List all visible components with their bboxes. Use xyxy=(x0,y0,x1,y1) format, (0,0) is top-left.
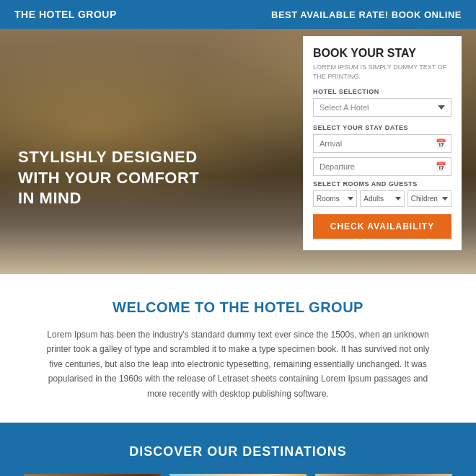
check-availability-button[interactable]: CHECK AVAILABILITY xyxy=(313,214,451,239)
tagline-bold: BOOK ONLINE xyxy=(392,9,462,20)
hero-section: STYLISHLY DESIGNED WITH YOUR COMFORT IN … xyxy=(0,29,476,274)
children-select[interactable]: Children xyxy=(407,190,451,207)
departure-input[interactable] xyxy=(313,157,451,176)
welcome-title-prefix: WELCOME TO xyxy=(113,299,219,315)
welcome-title-highlight: THE HOTEL xyxy=(220,299,304,315)
welcome-title: WELCOME TO THE HOTEL GROUP xyxy=(43,299,433,316)
booking-title: BOOK YOUR STAY xyxy=(313,46,451,60)
hero-headline: STYLISHLY DESIGNED WITH YOUR COMFORT IN … xyxy=(18,147,220,209)
booking-panel: BOOK YOUR STAY Lorem Ipsum is simply dum… xyxy=(303,36,462,250)
discover-title-bold: OUR DESTINATIONS xyxy=(207,444,347,459)
adults-select[interactable]: Adults xyxy=(360,190,404,207)
rooms-guests-row: Rooms Adults Children xyxy=(313,190,451,207)
departure-input-wrap: 📅 xyxy=(313,157,451,176)
arrival-input[interactable] xyxy=(313,134,451,153)
dates-label: SELECT YOUR STAY DATES xyxy=(313,124,451,131)
rooms-select[interactable]: Rooms xyxy=(313,190,357,207)
arrival-calendar-icon: 📅 xyxy=(436,138,446,149)
departure-calendar-icon: 📅 xyxy=(436,162,446,172)
welcome-title-suffix: GROUP xyxy=(304,299,363,315)
booking-subtitle: Lorem Ipsum is simply dummy text of the … xyxy=(313,63,451,81)
welcome-body: Lorem Ipsum has been the industry's stan… xyxy=(43,327,433,401)
site-header: THE HOTEL GROUP BEST AVAILABLE RATE! BOO… xyxy=(0,0,476,29)
discover-section: DISCOVER OUR DESTINATIONS xyxy=(0,423,476,476)
logo-bold: HOTEL xyxy=(39,9,75,20)
tagline-prefix: BEST AVAILABLE RATE! xyxy=(271,9,392,20)
header-tagline: BEST AVAILABLE RATE! BOOK ONLINE xyxy=(271,9,462,20)
site-logo: THE HOTEL GROUP xyxy=(14,9,117,20)
rooms-guests-label: SELECT ROOMS AND GUESTS xyxy=(313,180,451,188)
hotel-selection-label: HOTEL SELECTION xyxy=(313,88,451,95)
logo-suffix: GROUP xyxy=(75,9,117,20)
hotel-select[interactable]: Select A Hotel xyxy=(313,98,451,117)
logo-prefix: THE xyxy=(14,9,39,20)
discover-title-prefix: DISCOVER xyxy=(129,444,207,459)
welcome-section: WELCOME TO THE HOTEL GROUP Lorem Ipsum h… xyxy=(0,274,476,423)
discover-title: DISCOVER OUR DESTINATIONS xyxy=(14,444,462,459)
hero-headline-container: STYLISHLY DESIGNED WITH YOUR COMFORT IN … xyxy=(18,147,220,209)
arrival-input-wrap: 📅 xyxy=(313,134,451,153)
